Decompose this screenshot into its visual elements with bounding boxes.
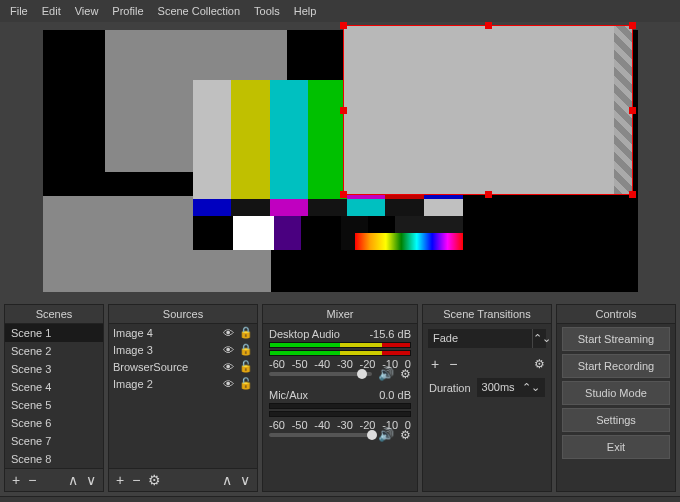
meter-ticks: -60-50-40-30-20-100 (269, 419, 411, 425)
mixer-channel: Mic/Aux 0.0 dB -60-50-40-30-20-100 🔊 ⚙ (263, 385, 417, 446)
sources-toolbar: + − ⚙ ∧ ∨ (109, 468, 257, 491)
menu-view[interactable]: View (69, 2, 105, 20)
scene-down-button[interactable]: ∨ (84, 472, 98, 488)
resize-handle-tl[interactable] (340, 22, 347, 29)
add-transition-button[interactable]: + (429, 356, 441, 372)
transition-value: Fade (428, 329, 532, 348)
unlock-icon[interactable]: 🔓 (239, 377, 253, 390)
volume-slider[interactable] (269, 372, 372, 376)
speaker-icon[interactable]: 🔊 (378, 427, 394, 442)
scene-item[interactable]: Scene 8 (5, 450, 103, 468)
scene-item[interactable]: Scene 6 (5, 414, 103, 432)
add-source-button[interactable]: + (114, 472, 126, 488)
settings-button[interactable]: Settings (562, 408, 670, 432)
source-item[interactable]: Image 2 👁 🔓 (109, 375, 257, 392)
add-scene-button[interactable]: + (10, 472, 22, 488)
start-streaming-button[interactable]: Start Streaming (562, 327, 670, 351)
visibility-icon[interactable]: 👁 (221, 378, 235, 390)
source-up-button[interactable]: ∧ (220, 472, 234, 488)
source-properties-button[interactable]: ⚙ (146, 472, 163, 488)
source-name: BrowserSource (113, 361, 217, 373)
transitions-body: Fade ⌃⌄ + − ⚙ Duration 300ms ⌃⌄ (423, 324, 551, 491)
volume-slider[interactable] (269, 433, 372, 437)
speaker-icon[interactable]: 🔊 (378, 366, 394, 381)
studio-mode-button[interactable]: Studio Mode (562, 381, 670, 405)
source-name: Image 4 (113, 327, 217, 339)
menu-tools[interactable]: Tools (248, 2, 286, 20)
source-item[interactable]: Image 3 👁 🔒 (109, 341, 257, 358)
channel-db: -15.6 dB (369, 328, 411, 340)
transition-settings-icon[interactable]: ⚙ (534, 357, 545, 371)
duration-input[interactable]: 300ms ⌃⌄ (477, 378, 545, 397)
scene-item[interactable]: Scene 1 (5, 324, 103, 342)
remove-transition-button[interactable]: − (447, 356, 459, 372)
menu-file[interactable]: File (4, 2, 34, 20)
scene-item[interactable]: Scene 2 (5, 342, 103, 360)
exit-button[interactable]: Exit (562, 435, 670, 459)
channel-settings-icon[interactable]: ⚙ (400, 428, 411, 442)
resize-handle-bl[interactable] (340, 191, 347, 198)
resize-handle-tr[interactable] (629, 22, 636, 29)
scenes-toolbar: + − ∧ ∨ (5, 468, 103, 491)
channel-name: Mic/Aux (269, 389, 308, 401)
mixer-panel: Mixer Desktop Audio -15.6 dB -60-50-40-3… (262, 304, 418, 492)
selected-source-bounds[interactable] (343, 25, 633, 195)
resize-handle-br[interactable] (629, 191, 636, 198)
controls-title: Controls (557, 305, 675, 324)
menu-profile[interactable]: Profile (106, 2, 149, 20)
source-name: Image 2 (113, 378, 217, 390)
source-item[interactable]: BrowserSource 👁 🔓 (109, 358, 257, 375)
start-recording-button[interactable]: Start Recording (562, 354, 670, 378)
menu-bar: File Edit View Profile Scene Collection … (0, 0, 680, 22)
scene-item[interactable]: Scene 5 (5, 396, 103, 414)
scenes-panel: Scenes Scene 1 Scene 2 Scene 3 Scene 4 S… (4, 304, 104, 492)
remove-source-button[interactable]: − (130, 472, 142, 488)
scene-item[interactable]: Scene 4 (5, 378, 103, 396)
preview-area (0, 22, 680, 300)
menu-scene-collection[interactable]: Scene Collection (152, 2, 247, 20)
source-down-button[interactable]: ∨ (238, 472, 252, 488)
transition-select[interactable]: Fade ⌃⌄ (428, 329, 546, 348)
sources-list: Image 4 👁 🔒 Image 3 👁 🔒 BrowserSource 👁 … (109, 324, 257, 468)
preview-canvas[interactable] (43, 30, 638, 292)
vu-meter (269, 342, 411, 348)
meter-ticks: -60-50-40-30-20-100 (269, 358, 411, 364)
channel-settings-icon[interactable]: ⚙ (400, 367, 411, 381)
lock-icon[interactable]: 🔒 (239, 343, 253, 356)
menu-edit[interactable]: Edit (36, 2, 67, 20)
scenes-list: Scene 1 Scene 2 Scene 3 Scene 4 Scene 5 … (5, 324, 103, 468)
vu-meter (269, 403, 411, 409)
menu-help[interactable]: Help (288, 2, 323, 20)
unlock-icon[interactable]: 🔓 (239, 360, 253, 373)
scenes-title: Scenes (5, 305, 103, 324)
controls-body: Start Streaming Start Recording Studio M… (557, 324, 675, 491)
visibility-icon[interactable]: 👁 (221, 327, 235, 339)
controls-panel: Controls Start Streaming Start Recording… (556, 304, 676, 492)
mixer-channel: Desktop Audio -15.6 dB -60-50-40-30-20-1… (263, 324, 417, 385)
sources-panel: Sources Image 4 👁 🔒 Image 3 👁 🔒 BrowserS… (108, 304, 258, 492)
scene-item[interactable]: Scene 3 (5, 360, 103, 378)
vu-meter (269, 411, 411, 417)
status-bar: LIVE: 00:00:00 REC: 00:00:00 CPU: 0.8%, … (0, 496, 680, 502)
sources-title: Sources (109, 305, 257, 324)
duration-value: 300ms (482, 381, 515, 394)
resize-handle-tm[interactable] (485, 22, 492, 29)
lock-icon[interactable]: 🔒 (239, 326, 253, 339)
resize-handle-mr[interactable] (629, 107, 636, 114)
remove-scene-button[interactable]: − (26, 472, 38, 488)
source-fill (344, 26, 632, 194)
resize-handle-ml[interactable] (340, 107, 347, 114)
source-item[interactable]: Image 4 👁 🔒 (109, 324, 257, 341)
mixer-body: Desktop Audio -15.6 dB -60-50-40-30-20-1… (263, 324, 417, 491)
dropdown-icon: ⌃⌄ (532, 329, 546, 348)
resize-handle-bm[interactable] (485, 191, 492, 198)
transitions-title: Scene Transitions (423, 305, 551, 324)
channel-db: 0.0 dB (379, 389, 411, 401)
source-name: Image 3 (113, 344, 217, 356)
vu-meter (269, 350, 411, 356)
scene-item[interactable]: Scene 7 (5, 432, 103, 450)
channel-name: Desktop Audio (269, 328, 340, 340)
visibility-icon[interactable]: 👁 (221, 361, 235, 373)
visibility-icon[interactable]: 👁 (221, 344, 235, 356)
scene-up-button[interactable]: ∧ (66, 472, 80, 488)
